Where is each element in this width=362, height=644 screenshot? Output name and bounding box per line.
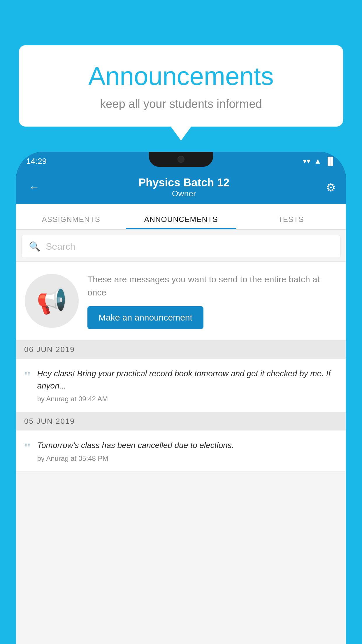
signal-icon: ▲ (314, 157, 321, 166)
battery-icon: ▐▌ (325, 157, 336, 166)
tab-tests[interactable]: TESTS (236, 215, 346, 229)
search-placeholder: Search (46, 241, 75, 252)
status-icons: ▾▾ ▲ ▐▌ (303, 157, 336, 166)
wifi-icon: ▾▾ (303, 157, 310, 166)
status-time: 14:29 (26, 157, 47, 166)
announcement-author-2: by Anurag at 05:48 PM (37, 454, 338, 463)
app-header: ← Physics Batch 12 Owner ⚙ (16, 171, 346, 204)
tabs-container: ASSIGNMENTS ANNOUNCEMENTS TESTS (16, 204, 346, 230)
date-divider-june5: 05 JUN 2019 (16, 412, 346, 430)
speech-bubble-container: Announcements keep all your students inf… (19, 45, 343, 127)
speech-bubble: Announcements keep all your students inf… (19, 45, 343, 127)
back-button[interactable]: ← (26, 179, 42, 196)
tab-announcements[interactable]: ANNOUNCEMENTS (126, 215, 236, 229)
settings-button[interactable]: ⚙ (326, 181, 336, 194)
quote-icon-2: " (24, 441, 31, 457)
phone-camera (178, 156, 184, 163)
announcement-item-1[interactable]: " Hey class! Bring your practical record… (16, 359, 346, 412)
announcement-text-2: Tomorrow's class has been cancelled due … (37, 439, 338, 463)
header-title-container: Physics Batch 12 Owner (42, 176, 326, 198)
announcement-item-2[interactable]: " Tomorrow's class has been cancelled du… (16, 430, 346, 472)
header-subtitle: Owner (42, 189, 326, 198)
screen-content: 🔍 Search 📢 These are messages you want t… (16, 230, 346, 644)
promo-icon-circle: 📢 (25, 274, 79, 328)
promo-text-area: These are messages you want to send to t… (87, 273, 337, 329)
promo-area: 📢 These are messages you want to send to… (16, 261, 346, 340)
phone-frame: 14:29 ▾▾ ▲ ▐▌ ← Physics Batch 12 Owner ⚙… (16, 152, 346, 644)
announcement-text-1: Hey class! Bring your practical record b… (37, 368, 338, 403)
phone-notch (149, 152, 213, 167)
announcement-message-1: Hey class! Bring your practical record b… (37, 368, 338, 392)
speech-bubble-subtitle: keep all your students informed (36, 97, 326, 111)
promo-description: These are messages you want to send to t… (87, 273, 337, 299)
speech-bubble-title: Announcements (36, 61, 326, 91)
date-divider-june6: 06 JUN 2019 (16, 340, 346, 359)
make-announcement-button[interactable]: Make an announcement (87, 306, 203, 329)
tab-assignments[interactable]: ASSIGNMENTS (16, 215, 126, 229)
announcement-message-2: Tomorrow's class has been cancelled due … (37, 439, 338, 452)
announcement-author-1: by Anurag at 09:42 AM (37, 395, 338, 403)
search-icon: 🔍 (29, 241, 41, 252)
megaphone-icon: 📢 (36, 286, 67, 316)
quote-icon-1: " (24, 369, 31, 385)
header-title: Physics Batch 12 (42, 176, 326, 189)
search-bar[interactable]: 🔍 Search (21, 235, 341, 258)
